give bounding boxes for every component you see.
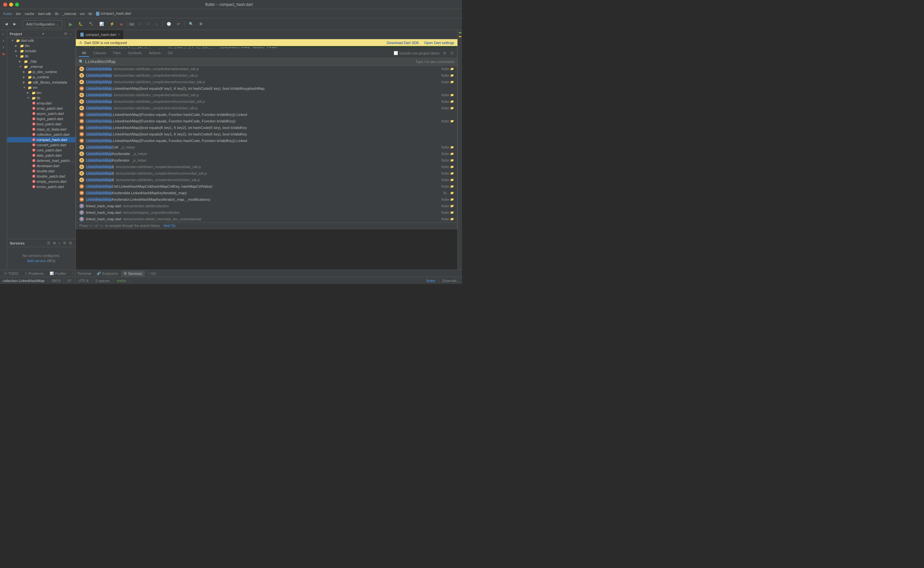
result-item-23[interactable]: 🎯 linked_hash_map.dart bin/cache/pkg/sky… [76, 209, 457, 216]
tree-item-double[interactable]: 🎯 double.dart [7, 168, 76, 174]
search-tab-classes[interactable]: Classes [90, 50, 109, 57]
result-item-21[interactable]: M LinkedHashMapKeyIterator.LinkedHashMap… [76, 196, 457, 203]
tab-close-btn[interactable]: ✕ [118, 33, 120, 36]
tree-item-convert[interactable]: 🎯 convert_patch.dart [7, 142, 76, 148]
tree-item-include[interactable]: ▶ 📁 include [7, 48, 76, 54]
breadcrumb-lib[interactable]: lib [55, 12, 59, 16]
search-tab-files[interactable]: Files [110, 50, 124, 57]
tab-endpoints[interactable]: 🔗 Endpoints [94, 270, 121, 276]
sidebar-dropdown[interactable]: ▼ [41, 32, 45, 36]
tree-item-bin[interactable]: ▶ 📁 bin [7, 43, 76, 48]
result-item-22[interactable]: 🎯 linked_hash_map.dart bin/cache/dart-sd… [76, 203, 457, 209]
result-item-20[interactable]: M LinkedHashMapKeyIterable.LinkedHashMap… [76, 190, 457, 196]
search-input[interactable] [85, 59, 414, 64]
services-list-btn[interactable]: ☰ [46, 240, 51, 245]
tree-item-vm[interactable]: ▼ 📁 vm [7, 85, 76, 90]
tree-item-empty[interactable]: 🎯 empty_source.dart [7, 179, 76, 184]
tree-item-array[interactable]: 🎯 array.dart [7, 101, 76, 106]
stop-button[interactable]: ■ [118, 20, 125, 28]
tree-item-async-patch[interactable]: 🎯 async_patch.dart [7, 111, 76, 116]
search-tab-symbols[interactable]: Symbols [125, 50, 145, 57]
result-item-18[interactable]: C LinkedHashMap$ bin/cache/dart-sdk/lib/… [76, 177, 457, 183]
tree-item-lib[interactable]: ▼ 📁 lib [7, 54, 76, 59]
tab-terminal[interactable]: ⬛ Terminal [70, 270, 94, 276]
tree-item-compact-hash[interactable]: 🎯 compact_hash.dart [7, 137, 76, 142]
close-button[interactable] [3, 3, 7, 6]
debug-button[interactable]: 🐛 [76, 20, 85, 28]
tree-item-dart-sdk[interactable]: ▼ 📁 dart-sdk [7, 38, 76, 43]
result-item-15[interactable]: C LinkedHashMapKeyIterator _js_helper fl… [76, 157, 457, 163]
settings-button[interactable]: ⚙ [197, 20, 205, 28]
result-item-24[interactable]: 🎯 linked_hash_map.dart bin/cache/dart-sd… [76, 216, 457, 222]
status-encoding[interactable]: LF [67, 279, 71, 283]
result-item-4[interactable]: M LinkedHashMap.LinkedHashMap({bool equa… [76, 85, 457, 92]
result-item-8[interactable]: M LinkedHashMap.LinkedHashMap({Function … [76, 111, 457, 118]
run-button[interactable]: ▶ [67, 20, 75, 28]
git-check2-button[interactable]: ✓ [145, 20, 152, 28]
tree-item-errors[interactable]: 🎯 errors_patch.dart [7, 184, 76, 189]
breadcrumb-internal[interactable]: _internal [62, 12, 76, 16]
tree-item-developer[interactable]: 🎯 developer.dart [7, 163, 76, 168]
status-project[interactable]: flutter [427, 279, 436, 283]
services-tree-btn[interactable]: ⊞ [52, 240, 57, 245]
tree-item-jsdevruntime[interactable]: ▶ 📁 js_dev_runtime [7, 69, 76, 74]
breadcrumb-flutter[interactable]: flutter [3, 12, 12, 16]
tab-todo[interactable]: ☑ TODO [1, 270, 21, 276]
pull-requests-tool-btn[interactable]: ⬇ [1, 44, 6, 50]
coverage-button[interactable]: 📊 [97, 20, 106, 28]
download-dart-sdk-link[interactable]: Download Dart SDK [387, 41, 419, 45]
search-tab-git[interactable]: Git [165, 50, 176, 57]
tree-item-array-patch[interactable]: 🎯 array_patch.dart [7, 106, 76, 111]
search-tab-actions[interactable]: Actions [146, 50, 164, 57]
breadcrumb-dart-sdk[interactable]: dart-sdk [38, 12, 51, 16]
search-layout-btn[interactable]: ⊡ [450, 51, 454, 56]
include-non-project-checkbox[interactable]: Include non-project items [394, 51, 439, 55]
sidebar-gear-btn[interactable]: ⚙ [63, 31, 68, 36]
tab-git[interactable]: ⑂ Git [145, 270, 159, 276]
tree-item-internal[interactable]: ▼ 📁 _internal [7, 64, 76, 69]
profile-button[interactable]: ⚡ [108, 20, 117, 28]
tree-item-classid[interactable]: 🎯 class_id_fasta.dart [7, 127, 76, 132]
result-item-12[interactable]: M LinkedHashMap.LinkedHashMap({Function … [76, 137, 457, 144]
result-item-17[interactable]: C LinkedHashMap$ bin/cache/dart-sdk/lib/… [76, 170, 457, 177]
services-grid-btn[interactable]: ⊟ [68, 240, 73, 245]
tree-item-jsruntime[interactable]: ▶ 📁 js_runtime [7, 74, 76, 80]
build-button[interactable]: 🔨 [86, 20, 96, 28]
result-item-9[interactable]: M LinkedHashMap.LinkedHashMap({Function … [76, 118, 457, 124]
result-item-16[interactable]: C LinkedHashMap$ bin/cache/dart-sdk/lib/… [76, 163, 457, 170]
status-indent[interactable]: 2 spaces [95, 279, 110, 283]
git-check-button[interactable]: ✓ [136, 20, 144, 28]
tree-item-lib2[interactable]: ▼ 📁 lib [7, 95, 76, 101]
tab-problems[interactable]: ⚠ Problems [22, 270, 46, 276]
forward-button[interactable]: ▶ [11, 20, 18, 28]
back-button[interactable]: ◀ [3, 20, 10, 28]
sidebar-collapse-btn[interactable]: − [69, 31, 73, 36]
open-dart-settings-link[interactable]: Open Dart settings [424, 41, 454, 45]
search-tab-all[interactable]: All [79, 50, 89, 57]
tree-item-double-patch[interactable]: 🎯 double_patch.dart [7, 174, 76, 179]
rollback-button[interactable]: ↩ [175, 20, 182, 28]
result-item-14[interactable]: C LinkedHashMapKeyIterable _js_helper fl… [76, 151, 457, 157]
add-configuration-button[interactable]: Add Configuration ... [23, 20, 62, 28]
tree-item-date[interactable]: 🎯 date_patch.dart [7, 153, 76, 158]
include-non-project-input[interactable] [394, 51, 398, 55]
result-item-6[interactable]: C LinkedHashMap bin/cache/dart-sdk/lib/d… [76, 98, 457, 105]
tree-item-collection[interactable]: 🎯 collection_patch.dart [7, 132, 76, 137]
breadcrumb-file[interactable]: compact_hash.dart [96, 11, 131, 16]
tree-item-http[interactable]: ▶ 📁 _http [7, 59, 76, 64]
git-push-button[interactable]: ↑ [154, 20, 160, 28]
services-add-link[interactable]: Add service (⌘N) [14, 259, 69, 263]
tree-item-bool-patch[interactable]: 🎯 bool_patch.dart [7, 121, 76, 127]
result-item-10[interactable]: M LinkedHashMap.LinkedHashMap({bool equa… [76, 124, 457, 131]
tree-item-bigint-patch[interactable]: 🎯 bigint_patch.dart [7, 116, 76, 121]
services-settings-btn[interactable]: ⚙ [62, 240, 67, 245]
maximize-button[interactable] [15, 3, 19, 6]
result-item-19[interactable]: M LinkedHashMapCell.LinkedHashMapCell(ha… [76, 183, 457, 190]
search-everywhere-button[interactable]: 🔍 [186, 20, 196, 28]
status-charset[interactable]: UTF-8 [79, 279, 89, 283]
tab-profiler[interactable]: 📊 Profiler [47, 270, 69, 276]
next-tip-link[interactable]: Next Tip [164, 224, 176, 228]
result-item-11[interactable]: M LinkedHashMap.LinkedHashMap({bool equa… [76, 131, 457, 137]
minimize-button[interactable] [9, 3, 13, 6]
breadcrumb-lib2[interactable]: lib [89, 12, 92, 16]
